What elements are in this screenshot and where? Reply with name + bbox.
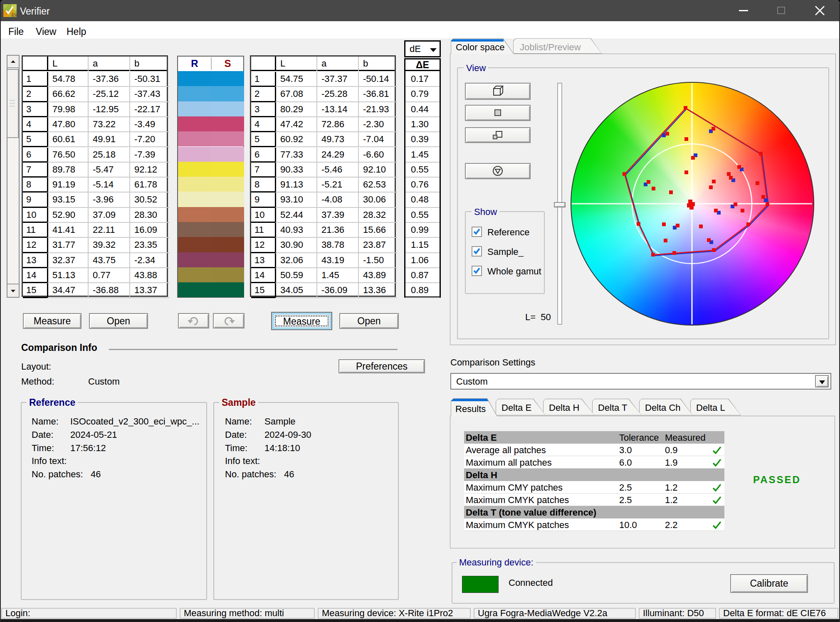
svg-text:EV: EV xyxy=(12,13,17,17)
